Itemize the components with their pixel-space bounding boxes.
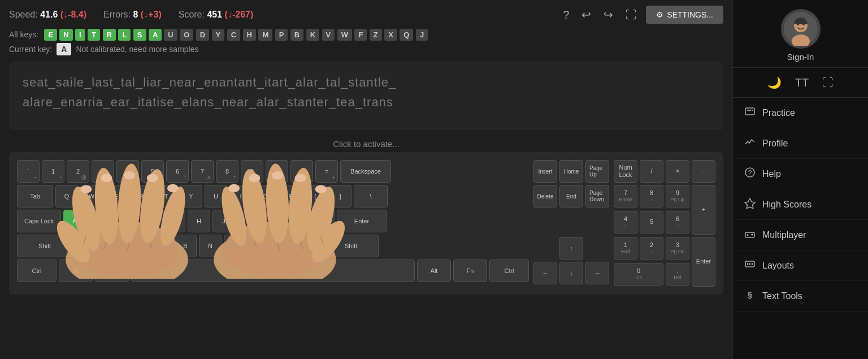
key-left[interactable]: ← <box>533 262 557 284</box>
key-shift-right[interactable]: Shift <box>323 235 379 257</box>
key-q[interactable]: Q <box>55 185 78 207</box>
key-capslock[interactable]: Caps Lock <box>17 210 61 232</box>
key-num-9[interactable]: 9Pg Up <box>666 185 689 207</box>
key-backslash[interactable]: \ <box>354 185 388 207</box>
key-numlock[interactable]: NumLock <box>614 160 637 183</box>
theme-toggle-button[interactable]: 🌙 <box>765 73 784 92</box>
key-6[interactable]: ^6 <box>166 160 189 183</box>
typing-area[interactable]: seat_saile_last_tal_liar_near_enantant_i… <box>9 62 723 130</box>
key-equals[interactable]: += <box>315 160 338 183</box>
key-g[interactable]: G <box>163 210 185 232</box>
key-v[interactable]: V <box>149 235 172 257</box>
key-h[interactable]: H <box>188 210 210 232</box>
key-delete[interactable]: Delete <box>533 185 557 207</box>
key-o[interactable]: O <box>254 185 277 207</box>
key-num-enter[interactable]: Enter <box>692 237 715 287</box>
key-e[interactable]: E <box>105 185 128 207</box>
key-backspace[interactable]: Backspace <box>340 160 391 183</box>
nav-item-high-scores[interactable]: High Scores <box>733 189 868 220</box>
key-a[interactable]: A <box>63 210 86 232</box>
key-5[interactable]: %5 <box>141 160 164 183</box>
key-num-minus[interactable]: − <box>692 160 715 183</box>
key-j[interactable]: J <box>212 210 235 232</box>
key-ctrl-right[interactable]: Ctrl <box>489 259 529 282</box>
key-space[interactable] <box>131 259 415 282</box>
key-c[interactable]: C <box>124 235 147 257</box>
expand-button[interactable]: ⛶ <box>820 73 836 92</box>
key-8[interactable]: *8 <box>216 160 238 183</box>
key-pagedown[interactable]: Page Down <box>585 185 609 207</box>
key-s[interactable]: S <box>88 210 111 232</box>
key-num-dot[interactable]: .Del <box>666 263 689 286</box>
key-0[interactable]: )0 <box>266 160 288 183</box>
font-size-button[interactable]: TT <box>793 73 811 92</box>
key-3[interactable]: #3 <box>92 160 114 183</box>
key-7[interactable]: &7 <box>191 160 214 183</box>
key-i[interactable]: I <box>229 185 252 207</box>
key-z[interactable]: Z <box>75 235 97 257</box>
key-b[interactable]: B <box>174 235 197 257</box>
key-insert[interactable]: Insert <box>533 160 557 183</box>
key-up[interactable]: ↑ <box>559 237 583 259</box>
key-lbracket[interactable]: [ <box>304 185 327 207</box>
key-r[interactable]: R <box>130 185 153 207</box>
click-activate-text[interactable]: Click to activate... <box>9 139 723 149</box>
key-1[interactable]: !1 <box>42 160 64 183</box>
key-l[interactable]: L <box>262 210 285 232</box>
key-num-6[interactable]: 6→ <box>666 211 689 233</box>
key-num-5[interactable]: 5 <box>640 211 663 233</box>
key-semicolon[interactable]: ; <box>287 210 310 232</box>
key-alt-right[interactable]: Alt <box>417 259 451 282</box>
key-y[interactable]: Y <box>180 185 202 207</box>
key-num-1[interactable]: 1End <box>614 237 637 259</box>
key-period[interactable]: . <box>274 235 296 257</box>
fullscreen-button[interactable]: ⛶ <box>622 6 640 24</box>
key-n[interactable]: N <box>199 235 222 257</box>
key-alt-left[interactable]: Alt <box>95 259 129 282</box>
redo-button[interactable]: ↪ <box>600 6 617 24</box>
key-tab[interactable]: Tab <box>17 185 53 207</box>
key-9[interactable]: (9 <box>241 160 263 183</box>
key-enter[interactable]: Enter <box>337 210 387 232</box>
key-tilde[interactable]: ~` <box>17 160 40 183</box>
key-minus[interactable]: _- <box>290 160 313 183</box>
key-slash[interactable]: / <box>298 235 321 257</box>
key-shift-left[interactable]: Shift <box>17 235 72 257</box>
key-comma[interactable]: , <box>249 235 271 257</box>
key-home[interactable]: Home <box>559 160 583 183</box>
key-win-left[interactable]: ⊞ <box>59 259 93 282</box>
nav-item-multiplayer[interactable]: Multiplayer <box>733 220 868 250</box>
nav-item-layouts[interactable]: Layouts <box>733 250 868 281</box>
undo-button[interactable]: ↩ <box>578 6 594 24</box>
key-m[interactable]: M <box>224 235 246 257</box>
key-quote[interactable]: ' <box>312 210 335 232</box>
key-num-2[interactable]: 2↓ <box>640 237 663 259</box>
key-right[interactable]: → <box>585 262 609 284</box>
key-num-0[interactable]: 0Ins <box>614 263 663 286</box>
key-w[interactable]: W <box>80 185 103 207</box>
key-num-7[interactable]: 7Home <box>614 185 637 207</box>
key-p[interactable]: P <box>279 185 302 207</box>
key-num-plus[interactable]: + <box>692 185 715 235</box>
key-fn[interactable]: Fn <box>453 259 487 282</box>
key-d[interactable]: D <box>113 210 136 232</box>
key-k[interactable]: K <box>237 210 260 232</box>
key-2[interactable]: @2 <box>67 160 89 183</box>
key-end[interactable]: End <box>559 185 583 207</box>
key-num-4[interactable]: 4← <box>614 211 637 233</box>
help-icon-button[interactable]: ? <box>559 6 572 24</box>
nav-item-help[interactable]: ?Help <box>733 159 868 189</box>
key-pageup[interactable]: Page Up <box>585 160 609 183</box>
key-u[interactable]: U <box>205 185 227 207</box>
key-num-multiply[interactable]: × <box>666 160 689 183</box>
key-num-divide[interactable]: / <box>640 160 663 183</box>
key-num-8[interactable]: 8↑ <box>640 185 663 207</box>
sign-in-text[interactable]: Sign-In <box>787 52 814 62</box>
settings-button[interactable]: ⚙ SETTINGS... <box>646 6 723 24</box>
key-x[interactable]: X <box>99 235 122 257</box>
key-4[interactable]: $4 <box>116 160 139 183</box>
nav-item-practice[interactable]: Practice <box>733 98 868 128</box>
key-down[interactable]: ↓ <box>559 262 583 284</box>
key-rbracket[interactable]: ] <box>329 185 351 207</box>
key-ctrl-left[interactable]: Ctrl <box>17 259 57 282</box>
